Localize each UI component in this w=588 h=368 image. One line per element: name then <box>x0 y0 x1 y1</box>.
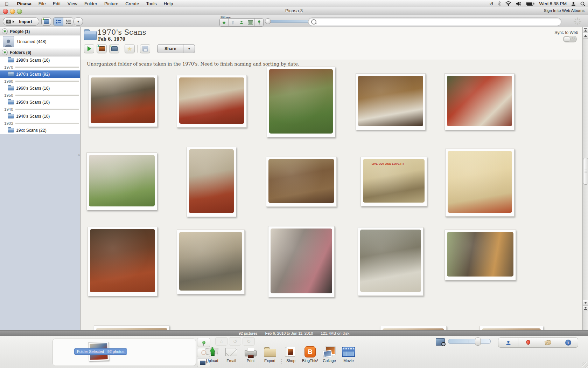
photo-thumbnail[interactable] <box>268 226 335 297</box>
star-button[interactable]: ★ <box>125 44 135 53</box>
view-options-button[interactable]: ▾ <box>74 18 83 26</box>
disclosure-triangle-icon[interactable] <box>2 49 8 55</box>
apple-menu-icon[interactable]:  <box>0 1 14 7</box>
people-section-header[interactable]: People (1) <box>0 27 80 35</box>
tree-view-button[interactable] <box>63 18 73 26</box>
sidebar-folder-item[interactable]: 19xx Scans (22) <box>0 127 80 134</box>
scroll-to-bottom-button[interactable] <box>583 306 588 311</box>
slideshow-button[interactable] <box>84 44 94 53</box>
menu-item-picasa[interactable]: Picasa <box>14 1 35 6</box>
bluetooth-icon[interactable] <box>498 1 501 6</box>
collage-button[interactable]: Collage <box>320 346 339 363</box>
show-tags-button[interactable] <box>538 338 558 347</box>
scroll-to-top-button[interactable] <box>583 27 588 33</box>
sidebar-folder-item[interactable]: 1980's Scans (16) <box>0 56 80 64</box>
divider-line <box>15 95 79 96</box>
map-pin-icon <box>525 339 531 345</box>
photo-thumbnail[interactable] <box>177 75 247 128</box>
filter-movies-button[interactable] <box>246 19 254 26</box>
photo-thumbnail[interactable] <box>445 149 514 217</box>
export-button[interactable]: Export <box>260 346 280 363</box>
photo-thumbnail[interactable] <box>187 147 236 217</box>
photo-thumbnail[interactable] <box>88 227 158 296</box>
menu-item-file[interactable]: File <box>35 1 49 6</box>
email-button[interactable]: Email <box>222 346 241 363</box>
folders-section-header[interactable]: Folders (6) <box>0 48 80 56</box>
print-button[interactable]: Print <box>241 346 260 363</box>
resize-grip[interactable] <box>582 362 588 368</box>
redo-button[interactable]: ↻ <box>243 337 255 346</box>
menu-item-picture[interactable]: Picture <box>101 1 122 6</box>
photo-thumbnail[interactable] <box>444 230 516 280</box>
disclosure-triangle-icon[interactable] <box>2 28 8 34</box>
photo-thumbnail[interactable] <box>356 73 426 130</box>
filter-geotagged-button[interactable] <box>254 19 263 26</box>
show-places-button[interactable] <box>518 338 538 347</box>
show-properties-button[interactable]: i <box>558 338 578 347</box>
undo-button[interactable]: ↺ <box>229 337 241 346</box>
filter-faces-button[interactable] <box>237 19 246 26</box>
menu-clock[interactable]: Wed 6:38 PM <box>539 1 567 6</box>
photo-thumbnail[interactable] <box>94 325 169 330</box>
sidebar-folder-item[interactable]: 1940's Scans (10) <box>0 113 80 120</box>
shop-button[interactable]: Shop <box>281 346 301 363</box>
sidebar-collapse-handle[interactable]: ^ <box>78 155 80 157</box>
sidebar-item-unnamed-people[interactable]: Unnamed (448) <box>0 35 80 48</box>
blogthis-button[interactable]: B BlogThis! <box>300 346 320 363</box>
user-switch-icon[interactable] <box>571 1 576 6</box>
star-outline-icon: ☆ <box>219 339 224 344</box>
menu-item-view[interactable]: View <box>64 1 81 6</box>
scroll-down-button[interactable] <box>583 300 588 306</box>
filter-uploaded-button[interactable]: ⇧ <box>228 19 237 26</box>
add-photos-button[interactable] <box>97 44 107 53</box>
filter-date-slider-thumb[interactable] <box>265 18 271 24</box>
sign-in-link[interactable]: Sign In to Web Albums <box>544 8 584 13</box>
menu-item-create[interactable]: Create <box>122 1 142 6</box>
wifi-icon[interactable] <box>505 1 511 6</box>
sync-to-web-toggle[interactable]: ↻ <box>563 36 577 42</box>
volume-icon[interactable] <box>516 1 522 6</box>
photo-thumbnail[interactable] <box>266 157 337 207</box>
search-field[interactable] <box>308 18 561 26</box>
sidebar-folder-item[interactable]: 1970's Scans (92) <box>0 70 80 78</box>
filter-starred-button[interactable]: ★ <box>220 19 228 26</box>
add-album-button[interactable] <box>41 18 51 26</box>
battery-icon[interactable] <box>526 2 534 6</box>
photo-thumbnail[interactable] <box>444 73 514 130</box>
photo-thumbnail[interactable] <box>267 67 335 137</box>
movie-button[interactable]: Movie <box>339 346 358 363</box>
star-toggle-button[interactable]: ☆ <box>215 337 227 346</box>
flat-view-button[interactable] <box>54 18 63 26</box>
create-movie-button[interactable] <box>109 44 119 53</box>
menu-item-tools[interactable]: Tools <box>142 1 160 6</box>
photo-thumbnail[interactable] <box>380 326 447 330</box>
photo-thumbnail[interactable] <box>479 326 543 330</box>
folder-icon <box>84 31 97 40</box>
photo-thumbnail[interactable] <box>88 75 158 127</box>
save-button[interactable] <box>140 44 150 53</box>
share-dropdown-button[interactable]: ▼ <box>183 44 195 53</box>
menu-item-edit[interactable]: Edit <box>49 1 64 6</box>
zoom-fit-icon[interactable] <box>436 338 445 346</box>
show-faces-button[interactable] <box>498 338 518 347</box>
scrollbar-thumb[interactable] <box>583 158 588 185</box>
folder-date[interactable]: Feb 6, 1970 <box>98 37 125 42</box>
upload-button[interactable]: Upload <box>202 346 222 363</box>
photo-thumbnail[interactable] <box>86 152 157 210</box>
share-button[interactable]: Share <box>157 44 183 53</box>
spotlight-icon[interactable] <box>580 1 585 6</box>
sidebar-folder-item[interactable]: 1950's Scans (10) <box>0 98 80 106</box>
scroll-up-button[interactable] <box>583 33 588 39</box>
zoom-slider-thumb[interactable] <box>475 338 481 346</box>
thumbnail-zoom-slider[interactable] <box>448 339 491 344</box>
photo-thumbnail[interactable] <box>358 227 424 296</box>
photo-thumbnail[interactable] <box>177 230 245 294</box>
photo-thumbnail[interactable]: LIVE OUT AND LOVE IT! <box>360 157 427 206</box>
import-button[interactable]: Import <box>3 18 39 26</box>
sidebar-folder-item[interactable]: 1960's Scans (16) <box>0 84 80 92</box>
recent-items-icon[interactable]: ↺ <box>489 1 493 7</box>
menu-item-help[interactable]: Help <box>160 1 177 6</box>
vertical-scrollbar[interactable] <box>582 27 588 330</box>
menu-item-folder[interactable]: Folder <box>81 1 101 6</box>
folder-description[interactable]: Unorganized folder of scans taken in the… <box>87 61 299 67</box>
